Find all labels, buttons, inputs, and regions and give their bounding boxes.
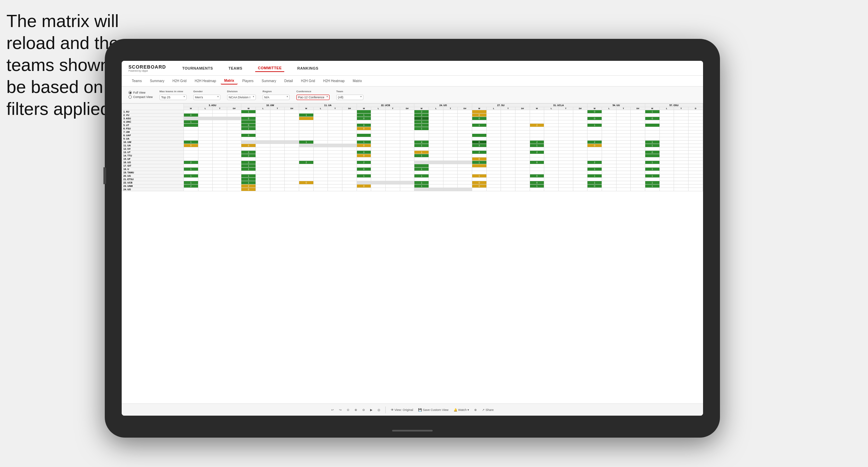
division-select[interactable]: NCAA Division I [227, 95, 256, 100]
matrix-cell [371, 151, 386, 154]
nav-committee[interactable]: COMMITTEE [255, 65, 285, 72]
team-label: 7. UM [122, 130, 184, 134]
matrix-cell [573, 137, 587, 141]
matrix-cell: 0 [587, 110, 602, 114]
matrix-cell [256, 117, 270, 120]
compact-view-option[interactable]: Compact View [128, 95, 153, 99]
reset-button[interactable]: ⊙ [347, 408, 349, 412]
tab-summary[interactable]: Summary [146, 78, 168, 84]
share-button[interactable]: ↗ Share [482, 408, 494, 412]
matrix-cell [270, 188, 285, 191]
matrix-cell [458, 137, 472, 141]
matrix-cell [573, 110, 587, 114]
matrix-cell [458, 127, 472, 130]
matrix-cell [501, 157, 515, 161]
matrix-cell [659, 124, 674, 127]
matrix-cell [544, 168, 559, 171]
matrix-cell [313, 130, 328, 134]
matrix-cell [213, 114, 227, 117]
play-button[interactable]: ▶ [370, 408, 372, 412]
matrix-cell [357, 171, 371, 174]
matrix-container[interactable]: 3. ASU 10. UW 11. UA 22. UCB 24. UO 27. … [122, 103, 703, 403]
matrix-cell: 1 [241, 127, 256, 130]
tab-teams[interactable]: Teams [128, 78, 145, 84]
matrix-cell [414, 164, 429, 168]
zoom-out-button[interactable]: ⊖ [362, 408, 365, 412]
tab-matrix[interactable]: Matrix [221, 77, 237, 84]
matrix-cell [688, 161, 703, 164]
matrix-cell [530, 127, 544, 130]
team-label: 22. UCB [122, 181, 184, 185]
matrix-cell: 1 [587, 181, 602, 185]
matrix-cell [515, 137, 530, 141]
tab-players[interactable]: Players [239, 78, 257, 84]
tab-summary2[interactable]: Summary [258, 78, 280, 84]
matrix-cell [227, 154, 241, 157]
matrix-cell [443, 178, 458, 181]
max-teams-select[interactable]: Top 25 [160, 95, 187, 100]
matrix-cell: 0 [472, 185, 486, 188]
matrix-cell [270, 151, 285, 154]
tab-h2h-heatmap[interactable]: H2H Heatmap [191, 78, 219, 84]
undo-button[interactable]: ↩ [331, 408, 334, 412]
matrix-cell [270, 137, 285, 141]
matrix-cell: 1 [472, 174, 486, 178]
matrix-cell [184, 110, 198, 114]
matrix-cell [472, 147, 486, 151]
tab-matrix2[interactable]: Matrix [349, 78, 365, 84]
nav-rankings[interactable]: RANKINGS [294, 65, 321, 72]
tab-h2h-grid[interactable]: H2H Grid [169, 78, 190, 84]
matrix-cell [688, 120, 703, 124]
matrix-cell [631, 144, 645, 147]
region-select[interactable]: N/A N/A [263, 95, 290, 100]
watch-button[interactable]: 🔔 Watch ▾ [454, 408, 469, 412]
matrix-cell [674, 137, 689, 141]
matrix-cell: 2 [184, 185, 198, 188]
settings-button[interactable]: ◎ [378, 408, 380, 412]
matrix-cell [688, 188, 703, 191]
tab-h2h-grid2[interactable]: H2H Grid [297, 78, 318, 84]
tab-detail[interactable]: Detail [281, 78, 296, 84]
matrix-cell [270, 181, 285, 185]
matrix-cell [198, 161, 213, 164]
compact-view-radio[interactable] [128, 95, 132, 99]
matrix-cell: 1 [645, 185, 659, 188]
table-row: 6. FSU101 [122, 127, 703, 130]
tab-h2h-heatmap2[interactable]: H2H Heatmap [320, 78, 348, 84]
matrix-cell [631, 154, 645, 157]
gender-select[interactable]: Men's [193, 95, 220, 100]
matrix-cell [659, 174, 674, 178]
matrix-cell [631, 164, 645, 168]
nav-teams[interactable]: TEAMS [226, 65, 245, 72]
matrix-cell [659, 181, 674, 185]
matrix-cell [458, 120, 472, 124]
matrix-cell [443, 154, 458, 157]
team-select[interactable]: (All) [336, 95, 363, 100]
matrix-cell [270, 147, 285, 151]
matrix-cell [270, 178, 285, 181]
matrix-cell [674, 181, 689, 185]
matrix-cell [602, 130, 616, 134]
save-custom-button[interactable]: 💾 Save Custom View [418, 408, 448, 412]
zoom-in-button[interactable]: ⊕ [355, 408, 357, 412]
matrix-cell [400, 171, 414, 174]
matrix-cell [501, 141, 515, 144]
redo-button[interactable]: ↪ [339, 408, 342, 412]
matrix-cell [227, 124, 241, 127]
matrix-cell: 2 [241, 151, 256, 154]
matrix-cell [674, 120, 689, 124]
full-view-radio[interactable] [128, 91, 132, 94]
matrix-cell [429, 110, 443, 114]
table-row: 17. GIT1 [122, 164, 703, 168]
view-original-button[interactable]: 👁 View: Original [391, 408, 413, 412]
matrix-cell [587, 114, 602, 117]
matrix-cell [515, 120, 530, 124]
matrix-cell [631, 171, 645, 174]
conference-select[interactable]: Pac-12 Conference [296, 95, 330, 100]
matrix-cell [443, 144, 458, 147]
full-view-option[interactable]: Full View [128, 91, 153, 94]
matrix-cell [227, 147, 241, 151]
matrix-cell [486, 185, 501, 188]
more-button[interactable]: ⊕ [474, 408, 477, 412]
nav-tournaments[interactable]: TOURNAMENTS [179, 65, 216, 72]
